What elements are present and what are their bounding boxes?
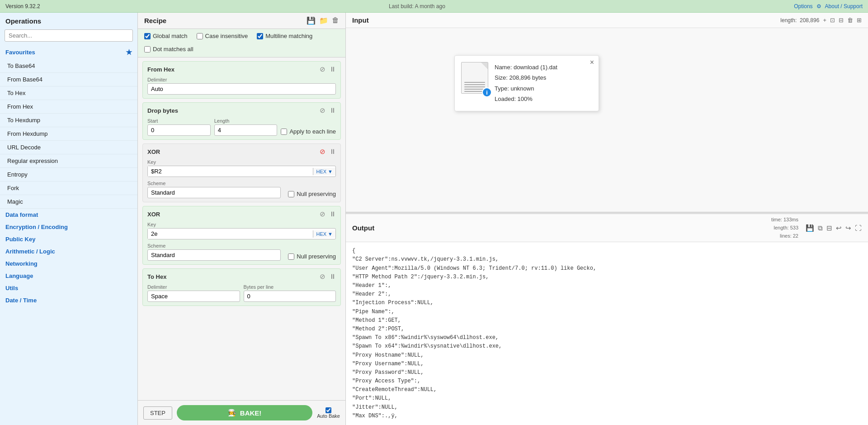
copy-output-icon[interactable]: ⧉ bbox=[818, 224, 823, 232]
op-xor-2-pause-icon[interactable]: ⏸ bbox=[329, 210, 336, 218]
auto-bake-checkbox[interactable]: Auto Bake bbox=[317, 407, 340, 419]
utils-label: Utils bbox=[5, 285, 18, 291]
bake-icon: 🧑‍🍳 bbox=[228, 409, 236, 417]
op-drop-bytes-each-line[interactable]: Apply to each line bbox=[281, 128, 336, 135]
output-time: time: 133ms bbox=[771, 216, 798, 224]
gear-icon[interactable]: ⚙ bbox=[816, 3, 821, 10]
op-from-hex-delimiter-label: Delimiter bbox=[147, 77, 336, 82]
op-to-hex-bytes-input[interactable] bbox=[244, 291, 336, 302]
output-panel: Output time: 133ms length: 533 lines: 22… bbox=[346, 214, 868, 425]
delete-input-icon[interactable]: 🗑 bbox=[847, 17, 853, 24]
op-from-hex: From Hex ⊘ ⏸ Delimiter bbox=[142, 61, 341, 99]
search-input[interactable] bbox=[5, 29, 133, 42]
op-xor-1-null-preserving[interactable]: Null preserving bbox=[288, 191, 336, 197]
recipe-header: Recipe 💾 📁 🗑 bbox=[138, 13, 345, 29]
op-drop-bytes-start-input[interactable] bbox=[147, 124, 211, 136]
op-drop-bytes-disable-icon[interactable]: ⊘ bbox=[320, 106, 326, 115]
sidebar-item-to-base64[interactable]: To Base64 bbox=[0, 59, 137, 73]
popup-close-icon[interactable]: × bbox=[590, 58, 594, 67]
op-xor-1-key-input[interactable] bbox=[148, 166, 313, 177]
grid-input-icon[interactable]: ⊞ bbox=[857, 17, 862, 24]
sidebar-item-networking[interactable]: Networking bbox=[0, 258, 137, 270]
fullscreen-output-icon[interactable]: ⛶ bbox=[855, 224, 862, 232]
sidebar-item-arithmetic-logic[interactable]: Arithmetic / Logic bbox=[0, 245, 137, 258]
sidebar-item-regex[interactable]: Regular expression bbox=[0, 154, 137, 168]
op-xor-2-disable-icon[interactable]: ⊘ bbox=[320, 210, 326, 218]
dot-matches-checkbox[interactable]: Dot matches all bbox=[144, 46, 339, 53]
info-badge: i bbox=[482, 87, 492, 97]
about-link[interactable]: About / Support bbox=[825, 3, 863, 10]
op-drop-bytes-length-label: Length bbox=[214, 118, 278, 124]
sidebar-item-utils[interactable]: Utils bbox=[0, 282, 137, 294]
networking-label: Networking bbox=[5, 260, 38, 267]
regex-options-row: Global match Case insensitive Multiline … bbox=[138, 29, 345, 43]
op-xor-2-key-input[interactable] bbox=[148, 229, 313, 239]
output-title: Output bbox=[352, 224, 374, 232]
sidebar-item-to-hex[interactable]: To Hex bbox=[0, 86, 137, 100]
sidebar-item-url-decode[interactable]: URL Decode bbox=[0, 141, 137, 154]
redo-output-icon[interactable]: ↪ bbox=[845, 224, 851, 232]
sidebar-item-language[interactable]: Language bbox=[0, 270, 137, 282]
case-insensitive-checkbox[interactable]: Case insensitive bbox=[197, 33, 248, 39]
op-drop-bytes-length-input[interactable] bbox=[214, 124, 278, 136]
op-to-hex-bytes-label: Bytes per line bbox=[244, 284, 336, 290]
op-drop-bytes-name: Drop bytes bbox=[147, 107, 178, 114]
folder-icon[interactable]: 📁 bbox=[319, 16, 328, 25]
op-xor-1-header: XOR ⊘ ⏸ bbox=[147, 148, 336, 156]
op-to-hex-delimiter-input[interactable] bbox=[147, 291, 240, 302]
sidebar-item-fork[interactable]: Fork bbox=[0, 181, 137, 195]
op-drop-bytes-pause-icon[interactable]: ⏸ bbox=[329, 106, 336, 115]
sidebar-item-entropy[interactable]: Entropy bbox=[0, 168, 137, 181]
op-xor-1: XOR ⊘ ⏸ Key HEX ▼ Scheme bbox=[142, 143, 341, 202]
op-xor-1-hex-btn[interactable]: HEX ▼ bbox=[313, 168, 335, 175]
file-type: Type: unknown bbox=[495, 83, 557, 94]
op-xor-1-pause-icon[interactable]: ⏸ bbox=[329, 148, 336, 156]
trash-icon[interactable]: 🗑 bbox=[332, 16, 339, 25]
favourites-label: Favourites bbox=[5, 49, 35, 56]
bake-label: BAKE! bbox=[240, 409, 262, 417]
file-line-3 bbox=[464, 86, 485, 87]
sidebar-item-data-format[interactable]: Data format bbox=[0, 209, 137, 221]
split-input-icon[interactable]: ⊡ bbox=[830, 17, 835, 24]
sidebar-item-public-key[interactable]: Public Key bbox=[0, 233, 137, 245]
input-toolbar: length: 208,896 + ⊡ ⊟ 🗑 ⊞ bbox=[780, 17, 862, 24]
op-to-hex-disable-icon[interactable]: ⊘ bbox=[320, 272, 326, 281]
main-layout: Operations Favourites ★ To Base64 From B… bbox=[0, 13, 868, 425]
recipe-content: From Hex ⊘ ⏸ Delimiter Drop bytes ⊘ ⏸ bbox=[138, 57, 345, 400]
op-xor-2-hex-btn[interactable]: HEX ▼ bbox=[313, 230, 335, 238]
input-area[interactable]: i Name: download (1).dat Size: 208,896 b… bbox=[346, 28, 868, 212]
op-from-hex-delimiter-input[interactable] bbox=[147, 83, 336, 95]
split-output-icon[interactable]: ⊟ bbox=[826, 224, 832, 232]
op-xor-1-disable-icon[interactable]: ⊘ bbox=[320, 148, 326, 156]
op-xor-1-key-label: Key bbox=[147, 159, 336, 165]
sidebar-item-encryption-encoding[interactable]: Encryption / Encoding bbox=[0, 221, 137, 233]
multiline-checkbox[interactable]: Multiline matching bbox=[257, 33, 312, 39]
sidebar-item-from-base64[interactable]: From Base64 bbox=[0, 73, 137, 86]
sidebar-item-favourites[interactable]: Favourites ★ bbox=[0, 45, 137, 59]
op-xor-2-null-preserving[interactable]: Null preserving bbox=[288, 253, 336, 260]
op-xor-2-scheme-input[interactable] bbox=[147, 249, 281, 261]
sidebar-item-magic[interactable]: Magic bbox=[0, 195, 137, 209]
options-link[interactable]: Options bbox=[794, 3, 812, 10]
sidebar-item-datetime[interactable]: Date / Time bbox=[0, 294, 137, 306]
datetime-label: Date / Time bbox=[5, 297, 37, 304]
op-to-hex-pause-icon[interactable]: ⏸ bbox=[329, 272, 336, 281]
op-from-hex-disable-icon[interactable]: ⊘ bbox=[320, 65, 326, 73]
sidebar-item-from-hex[interactable]: From Hex bbox=[0, 100, 137, 114]
op-from-hex-controls: ⊘ ⏸ bbox=[320, 65, 336, 73]
op-drop-bytes-fields: Start Length Apply to each line bbox=[147, 118, 336, 136]
sidebar: Operations Favourites ★ To Base64 From B… bbox=[0, 13, 138, 425]
window-input-icon[interactable]: ⊟ bbox=[839, 17, 844, 24]
sidebar-item-to-hexdump[interactable]: To Hexdump bbox=[0, 114, 137, 127]
save-output-icon[interactable]: 💾 bbox=[806, 224, 814, 232]
add-input-icon[interactable]: + bbox=[823, 17, 826, 24]
recipe-panel: Recipe 💾 📁 🗑 Global match Case insensiti… bbox=[138, 13, 346, 425]
op-xor-1-scheme-input[interactable] bbox=[147, 187, 281, 198]
step-button[interactable]: STEP bbox=[143, 406, 172, 420]
op-from-hex-pause-icon[interactable]: ⏸ bbox=[329, 65, 336, 73]
save-icon[interactable]: 💾 bbox=[307, 16, 316, 25]
bake-button[interactable]: 🧑‍🍳 BAKE! bbox=[177, 405, 312, 420]
undo-output-icon[interactable]: ↩ bbox=[836, 224, 842, 232]
sidebar-item-from-hexdump[interactable]: From Hexdump bbox=[0, 127, 137, 141]
global-match-checkbox[interactable]: Global match bbox=[144, 33, 188, 39]
